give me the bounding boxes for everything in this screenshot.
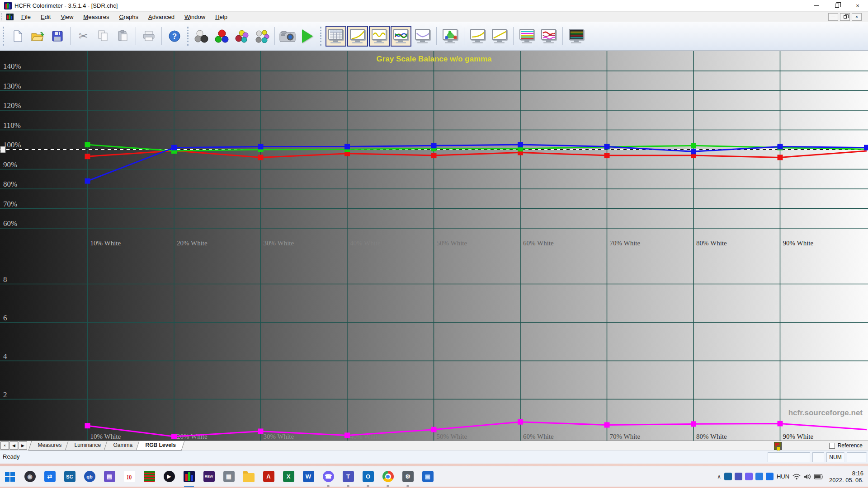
acrobat-icon[interactable]: A	[259, 466, 278, 487]
graph-gamma-curve[interactable]	[347, 26, 368, 47]
mdi-close-button[interactable]: ×	[852, 13, 862, 21]
svg-text:80% White: 80% White	[696, 239, 727, 247]
tab-rgb-levels[interactable]: RGB Levels	[136, 441, 185, 450]
close-button[interactable]: ×	[847, 0, 868, 12]
start-button[interactable]	[0, 466, 20, 487]
taskbar-clock[interactable]: 8:16 2022. 05. 06.	[829, 470, 863, 483]
viber-icon[interactable]: ☎	[318, 466, 338, 487]
restore-button[interactable]	[826, 0, 847, 12]
menu-file[interactable]: File	[16, 13, 36, 21]
chart-title: Gray Scale Balance w/o gamma	[376, 55, 492, 63]
audio-waves-icon[interactable]: )))	[119, 466, 139, 487]
scroll-tabs-right[interactable]: ▶	[19, 441, 27, 450]
svg-text:100%: 100%	[3, 141, 21, 149]
tray-chevron-icon[interactable]: ∧	[717, 474, 721, 480]
teamviewer-icon[interactable]: ⇄	[40, 466, 60, 487]
scroll-tabs-left[interactable]: ◀	[9, 441, 18, 450]
graph-delta-curves[interactable]	[538, 26, 559, 47]
settings-gear-icon[interactable]: ⚙	[398, 466, 418, 487]
speaker-icon[interactable]	[804, 474, 811, 480]
svg-text:110%: 110%	[3, 121, 21, 130]
status-ready-text: Ready	[3, 453, 20, 460]
cut-icon[interactable]: ✂	[73, 25, 93, 47]
print-icon[interactable]	[139, 25, 159, 47]
menu-measures[interactable]: Measures	[78, 13, 114, 21]
svg-text:120%: 120%	[3, 101, 21, 110]
mdi-minimize-button[interactable]	[828, 13, 838, 21]
hwinfo-icon[interactable]: ▤	[99, 466, 119, 487]
screenconnect-icon[interactable]: SC	[60, 466, 80, 487]
run-measures-icon[interactable]	[297, 25, 317, 47]
screen: HCFR Colorimeter - 3.5.1.4 - [SDR.chc] ×…	[0, 0, 868, 488]
graph-rgb-levels[interactable]	[391, 26, 411, 47]
menu-view[interactable]: View	[56, 13, 78, 21]
primaries-measure-icon[interactable]	[212, 25, 232, 47]
battery-icon[interactable]	[814, 474, 823, 479]
chrome-icon[interactable]	[378, 466, 398, 487]
svg-text:?: ?	[172, 32, 177, 41]
rew-icon[interactable]: REW	[199, 466, 219, 487]
graph-spectrum-dark[interactable]	[566, 26, 587, 47]
mdi-restore-button[interactable]	[840, 13, 850, 21]
status-bar: Ready NUM	[0, 450, 868, 464]
menu-edit[interactable]: Edit	[36, 13, 56, 21]
file-explorer-icon[interactable]	[239, 466, 259, 487]
close-tab-button[interactable]: ×	[0, 441, 9, 450]
tray-bluetooth-icon[interactable]	[766, 473, 774, 480]
grayscale-chart: 140%130%120%110%100%90%80%70%60%864210% …	[0, 51, 868, 441]
svg-text:20% White: 20% White	[177, 239, 208, 247]
graphics-panel-icon[interactable]: ▣	[418, 466, 438, 487]
svg-text:6: 6	[3, 314, 7, 322]
grayscale-measure-icon[interactable]	[192, 25, 212, 47]
y-axis-delta-ticks: 8642	[3, 275, 7, 399]
reference-checkbox[interactable]	[829, 443, 835, 449]
graph-saturation-stripes[interactable]	[517, 26, 538, 47]
minimize-button[interactable]	[806, 0, 826, 12]
language-indicator[interactable]: HUN	[777, 473, 789, 480]
graph-measures-grid[interactable]	[326, 26, 346, 47]
menu-graphs[interactable]: Graphs	[114, 13, 143, 21]
graph-color-temp[interactable]	[412, 26, 433, 47]
graph-luminance-wave[interactable]	[369, 26, 390, 47]
excel-icon[interactable]: X	[278, 466, 298, 487]
tab-measures[interactable]: Measures	[28, 441, 71, 450]
qb-app-icon[interactable]: qb	[80, 466, 99, 487]
tray-outlook-icon[interactable]	[724, 473, 732, 480]
graph-cie-diagram[interactable]	[440, 26, 461, 47]
new-file-icon[interactable]	[8, 25, 28, 47]
open-file-icon[interactable]	[28, 25, 47, 47]
graph-gamma-diagonal[interactable]	[489, 26, 510, 47]
toolbar-grip	[3, 27, 5, 46]
full-measure-icon[interactable]	[252, 25, 272, 47]
hcfr-taskbar-icon[interactable]	[179, 466, 199, 487]
tab-label: RGB Levels	[146, 442, 176, 448]
save-icon[interactable]	[47, 25, 67, 47]
calculator-icon[interactable]: ▦	[219, 466, 239, 487]
y-axis-percent-ticks: 140%130%120%110%100%90%80%70%60%	[3, 62, 21, 228]
media-player-icon[interactable]: ▶	[159, 466, 179, 487]
outlook-icon[interactable]: O	[358, 466, 378, 487]
tab-luminance[interactable]: Luminance	[65, 441, 110, 450]
tray-defender-icon[interactable]	[755, 473, 763, 480]
teams-icon[interactable]: T	[338, 466, 358, 487]
x-axis-labels-row-2: 10% White20% White30% White40% White50% …	[90, 433, 814, 440]
level-meter-icon[interactable]	[139, 466, 159, 487]
tray-teams-icon[interactable]	[735, 473, 742, 480]
mdi-document-icon[interactable]	[6, 14, 14, 20]
secondaries-measure-icon[interactable]	[232, 25, 252, 47]
help-icon[interactable]: ?	[165, 25, 184, 47]
graph-luminance-flat[interactable]	[467, 26, 488, 47]
tray-viber-icon[interactable]	[745, 473, 753, 480]
svg-text:80%: 80%	[3, 180, 17, 188]
paste-icon[interactable]	[113, 25, 133, 47]
sphere-app-icon[interactable]: ◉	[20, 466, 40, 487]
wifi-icon[interactable]	[793, 474, 801, 480]
menu-window[interactable]: Window	[179, 13, 210, 21]
menu-advanced[interactable]: Advanced	[143, 13, 179, 21]
copy-icon[interactable]	[93, 25, 113, 47]
menu-help[interactable]: Help	[210, 13, 232, 21]
word-icon[interactable]: W	[298, 466, 318, 487]
svg-text:8: 8	[3, 275, 7, 284]
snapshot-camera-icon[interactable]	[278, 25, 297, 47]
svg-text:30% White: 30% White	[264, 433, 294, 440]
